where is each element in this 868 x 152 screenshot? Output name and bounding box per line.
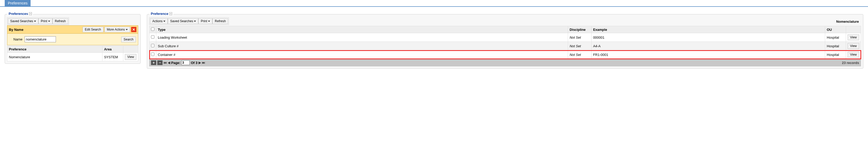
preferences-panel: Preferences − Saved Searches Print Refre… xyxy=(5,14,141,64)
chevron-down-icon xyxy=(208,21,210,22)
cell-type: Container # xyxy=(156,51,568,59)
edit-search-button[interactable]: Edit Search xyxy=(83,27,103,32)
view-button[interactable]: View xyxy=(125,54,136,60)
search-button[interactable]: Search xyxy=(121,36,136,42)
col-example[interactable]: Example xyxy=(591,26,825,33)
saved-searches-button[interactable]: Saved Searches xyxy=(168,18,198,24)
cell-area: SYSTEM xyxy=(102,53,123,61)
col-preference[interactable]: Preference xyxy=(7,46,102,53)
chevron-down-icon xyxy=(48,21,50,22)
right-toolbar: Actions Saved Searches Print Refresh xyxy=(149,18,229,25)
first-page-icon[interactable]: ⏮ xyxy=(163,61,167,64)
collapse-icon[interactable]: − xyxy=(169,12,172,15)
chevron-down-icon xyxy=(194,21,196,22)
row-checkbox[interactable] xyxy=(151,44,154,47)
prev-page-icon[interactable]: ◀ xyxy=(168,61,170,64)
col-action xyxy=(846,26,861,33)
page-input[interactable] xyxy=(181,60,190,65)
preference-panel: Preference − Actions Saved Searches Prin… xyxy=(147,14,863,69)
view-button[interactable]: View xyxy=(848,43,859,49)
preferences-legend: Preferences − xyxy=(7,12,33,16)
records-count: 23 records xyxy=(842,61,859,65)
collapse-icon[interactable]: − xyxy=(157,60,162,65)
context-label: Nomenclature xyxy=(836,20,861,24)
col-select-all[interactable] xyxy=(150,26,156,33)
actions-button[interactable]: Actions xyxy=(150,18,168,24)
next-page-icon[interactable]: ▶ xyxy=(198,61,201,64)
chevron-down-icon xyxy=(126,29,128,30)
chevron-down-icon xyxy=(34,21,36,22)
search-title: By Name xyxy=(9,28,82,32)
table-row[interactable]: Sub Culture #Not SetA4-AHospitalView xyxy=(150,42,861,51)
col-type[interactable]: Type xyxy=(156,26,568,33)
col-area[interactable]: Area xyxy=(102,46,123,53)
col-action xyxy=(123,46,138,53)
more-actions-label: More Actions xyxy=(107,28,125,31)
left-toolbar: Saved Searches Print Refresh xyxy=(7,18,69,25)
cell-type: Loading Worksheet xyxy=(156,33,568,42)
chevron-down-icon xyxy=(163,21,165,22)
tab-preferences[interactable]: Preferences xyxy=(5,0,31,6)
cell-ou: Hospital xyxy=(825,33,846,42)
cell-ou: Hospital xyxy=(825,42,846,51)
page-label: Page: xyxy=(171,61,180,65)
view-button[interactable]: View xyxy=(848,34,859,40)
name-label: Name xyxy=(9,37,23,41)
saved-searches-label: Saved Searches xyxy=(10,19,33,23)
cell-ou: Hospital xyxy=(825,51,846,59)
cell-example: FR1-0001 xyxy=(591,51,825,59)
print-button[interactable]: Print xyxy=(38,18,53,24)
collapse-icon[interactable]: − xyxy=(29,12,32,15)
last-page-icon[interactable]: ⏭ xyxy=(202,61,205,64)
preference-legend-text: Preference xyxy=(151,12,168,16)
search-header: By Name Edit Search More Actions ✕ xyxy=(7,25,138,34)
pager: + − ⏮ ◀ Page: Of 3 ▶ ⏭ 23 records xyxy=(149,59,861,66)
name-input[interactable] xyxy=(25,36,56,42)
print-label: Print xyxy=(41,19,47,23)
cell-example: 000001 xyxy=(591,33,825,42)
select-all-checkbox[interactable] xyxy=(151,27,154,31)
refresh-button[interactable]: Refresh xyxy=(53,18,68,24)
table-row[interactable]: Container #Not SetFR1-0001HospitalView xyxy=(150,51,861,59)
cell-preference: Nomenclature xyxy=(7,53,102,61)
cell-discipline: Not Set xyxy=(568,42,591,51)
left-table: Preference Area Nomenclature SYSTEM View xyxy=(7,46,138,61)
expand-icon[interactable]: + xyxy=(151,60,156,65)
saved-searches-label: Saved Searches xyxy=(170,19,193,23)
table-row[interactable]: Loading WorksheetNot Set000001HospitalVi… xyxy=(150,33,861,42)
actions-label: Actions xyxy=(152,19,162,23)
right-table: Type Discipline Example OU Loading Works… xyxy=(149,26,861,59)
row-checkbox[interactable] xyxy=(151,53,154,56)
search-body: Name Search xyxy=(7,34,138,45)
preference-legend: Preference − xyxy=(150,12,173,16)
close-icon[interactable]: ✕ xyxy=(131,27,136,32)
refresh-button[interactable]: Refresh xyxy=(212,18,228,24)
cell-type: Sub Culture # xyxy=(156,42,568,51)
col-discipline[interactable]: Discipline xyxy=(568,26,591,33)
col-ou[interactable]: OU xyxy=(825,26,846,33)
right-toolbar-wrap: Actions Saved Searches Print Refresh Nom… xyxy=(149,18,861,25)
cell-discipline: Not Set xyxy=(568,51,591,59)
cell-discipline: Not Set xyxy=(568,33,591,42)
print-button[interactable]: Print xyxy=(198,18,212,24)
of-label: Of 3 xyxy=(191,61,197,65)
print-label: Print xyxy=(201,19,207,23)
saved-searches-button[interactable]: Saved Searches xyxy=(8,18,38,24)
view-button[interactable]: View xyxy=(848,52,859,57)
preferences-legend-text: Preferences xyxy=(9,12,28,16)
table-row[interactable]: Nomenclature SYSTEM View xyxy=(7,53,138,61)
cell-example: A4-A xyxy=(591,42,825,51)
more-actions-button[interactable]: More Actions xyxy=(104,27,130,32)
row-checkbox[interactable] xyxy=(151,35,154,39)
